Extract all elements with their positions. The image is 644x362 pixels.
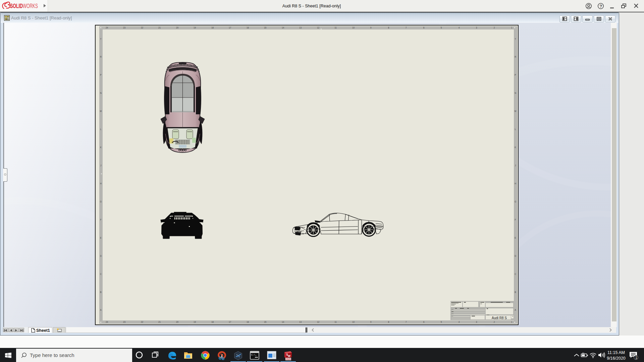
svg-text:W: W [288,354,291,358]
svg-text:?: ? [600,4,602,9]
svg-text:C:\_: C:\_ [251,354,257,356]
svg-text:2020: 2020 [286,358,291,360]
svg-text:1: 1 [635,356,637,360]
